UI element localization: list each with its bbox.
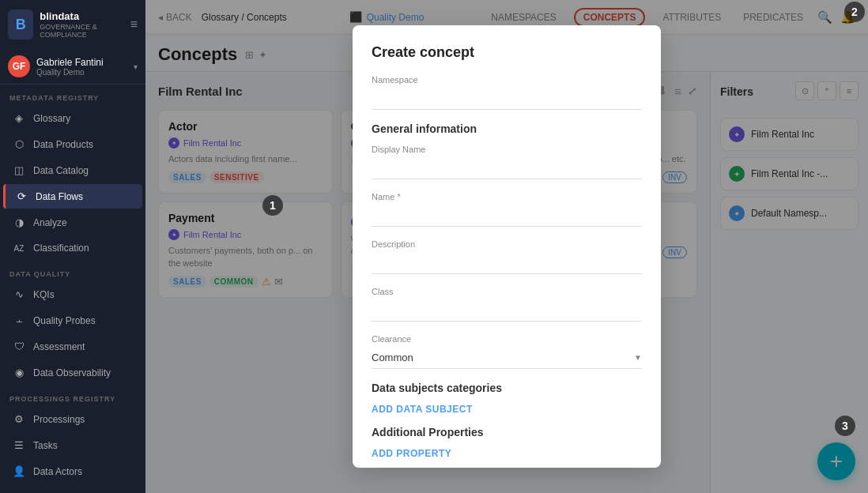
app-name: blindata [40,10,130,23]
sidebar-item-kqis[interactable]: ∿ KQIs [3,282,142,307]
annotation-1: 1 [262,195,283,216]
description-label: Description [372,239,642,249]
create-concept-modal: Create concept Namespace General informa… [353,25,661,468]
quality-probes-icon: ⫠ [13,314,25,326]
class-label: Class [372,287,642,296]
clearance-select[interactable]: Common Sensitive Confidential [372,347,642,369]
analyze-icon: ◑ [13,216,25,228]
sidebar-item-label: Data Flows [36,191,83,202]
sidebar-item-data-products[interactable]: ⬡ Data Products [3,132,142,156]
sidebar-item-data-flows[interactable]: ⟳ Data Flows [3,184,142,209]
sidebar-section-metadata: METADATA REGISTRY [0,85,145,105]
user-chevron-icon: ▾ [134,62,138,71]
sidebar-item-data-observability[interactable]: ◉ Data Observability [3,360,142,385]
clearance-label: Clearance [372,334,642,344]
description-input[interactable] [372,252,642,274]
tasks-icon: ☰ [13,439,25,451]
kqis-icon: ∿ [13,288,25,300]
sidebar-section-dataquality: DATA QUALITY [0,261,145,281]
sidebar-item-tasks[interactable]: ☰ Tasks [3,433,142,457]
sidebar-item-label: Processings [33,414,85,425]
classification-icon: AZ [13,244,25,253]
main-area: 1 ◂ BACK Glossary / Concepts ⬛ Quality D… [145,0,868,493]
logo-text-area: blindata GOVERNANCE & COMPLIANCE [40,10,130,39]
assessment-icon: 🛡 [13,341,25,352]
general-info-label: General information [372,122,642,135]
add-data-subject-button[interactable]: ADD DATA SUBJECT [372,404,642,415]
sidebar-item-analyze[interactable]: ◑ Analyze [3,210,142,235]
data-products-icon: ⬡ [13,138,25,150]
sidebar-item-label: Data Products [33,139,93,150]
sidebar: B blindata GOVERNANCE & COMPLIANCE ≡ GF … [0,0,145,493]
modal-title: Create concept [372,44,642,61]
name-input[interactable] [372,205,642,227]
data-actors-icon: 👤 [13,465,25,477]
sidebar-item-assessment[interactable]: 🛡 Assessment [3,334,142,359]
sidebar-item-label: Data Actors [33,466,82,477]
namespace-input[interactable] [372,88,642,110]
sidebar-item-data-catalog[interactable]: ◫ Data Catalog [3,158,142,183]
sidebar-item-processings[interactable]: ⚙ Processings [3,407,142,431]
hamburger-icon[interactable]: ≡ [130,17,138,32]
sidebar-item-label: Analyze [33,217,67,228]
user-workspace: Quality Demo [36,68,127,77]
sidebar-item-label: Data Observability [33,367,111,378]
data-subjects-section: Data subjects categories ADD DATA SUBJEC… [372,382,642,415]
display-name-label: Display Name [372,145,642,154]
processings-icon: ⚙ [13,413,25,425]
sidebar-header: B blindata GOVERNANCE & COMPLIANCE ≡ [0,0,145,49]
app-tagline: GOVERNANCE & COMPLIANCE [40,23,130,39]
modal-overlay: Create concept Namespace General informa… [145,0,868,493]
class-input[interactable] [372,299,642,322]
data-subjects-label: Data subjects categories [372,382,642,394]
data-observability-icon: ◉ [13,367,25,378]
avatar: GF [8,55,30,77]
sidebar-item-label: Glossary [33,113,70,124]
glossary-icon: ◈ [13,112,25,124]
namespace-label: Namespace [372,75,642,85]
sidebar-item-label: Quality Probes [33,315,96,326]
sidebar-item-quality-probes[interactable]: ⫠ Quality Probes [3,308,142,333]
sidebar-item-glossary[interactable]: ◈ Glossary [3,106,142,130]
user-name: Gabriele Fantini [36,57,127,68]
logo-icon: B [8,9,33,40]
sidebar-item-label: Assessment [33,341,85,352]
sidebar-item-classification[interactable]: AZ Classification [3,236,142,260]
display-name-input[interactable] [372,157,642,179]
sidebar-item-label: KQIs [33,289,55,300]
additional-props-section: Additional Properties ADD PROPERTY [372,426,642,459]
logo-area: B blindata GOVERNANCE & COMPLIANCE [8,9,130,40]
sidebar-section-processings: PROCESSINGS REGISTRY [0,386,145,406]
sidebar-item-label: Classification [33,243,89,254]
sidebar-item-templates[interactable]: ▤ Templates [3,485,142,493]
annotation-2: 2 [844,2,865,22]
sidebar-item-data-actors[interactable]: 👤 Data Actors [3,459,142,484]
annotation-3: 3 [835,416,855,436]
sidebar-item-label: Data Catalog [33,165,89,176]
name-label: Name * [372,192,642,201]
user-info: Gabriele Fantini Quality Demo [36,57,127,77]
sidebar-item-label: Tasks [33,440,58,451]
additional-props-label: Additional Properties [372,426,642,438]
data-flows-icon: ⟳ [15,190,28,202]
add-property-button[interactable]: ADD PROPERTY [372,448,642,459]
clearance-select-wrapper: Common Sensitive Confidential [372,347,642,369]
user-row[interactable]: GF Gabriele Fantini Quality Demo ▾ [0,49,145,85]
data-catalog-icon: ◫ [13,164,25,176]
